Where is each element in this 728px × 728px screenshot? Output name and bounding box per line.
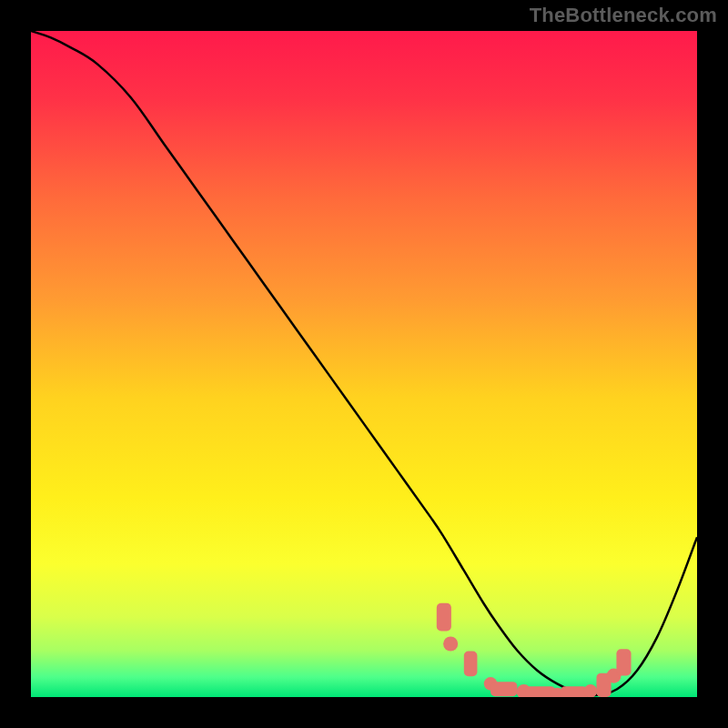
marker-pill xyxy=(464,651,478,676)
marker-dot xyxy=(443,636,458,651)
marker-pill xyxy=(490,682,517,696)
marker-dot xyxy=(584,684,598,697)
plot-area xyxy=(31,31,697,697)
marker-pill xyxy=(561,686,587,697)
chart-svg xyxy=(31,31,697,697)
marker-pill xyxy=(437,603,451,632)
marker-pill xyxy=(616,649,631,675)
bottleneck-curve xyxy=(31,31,697,695)
watermark-text: TheBottleneck.com xyxy=(530,4,717,27)
chart-frame: TheBottleneck.com xyxy=(0,0,728,728)
marker-group xyxy=(437,603,632,697)
